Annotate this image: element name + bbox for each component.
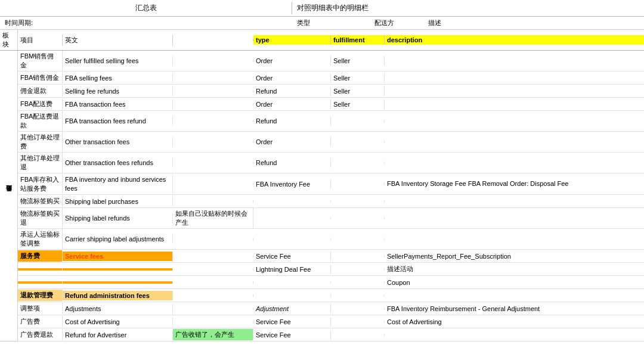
cell-type: Order — [253, 137, 331, 147]
cell-note — [173, 103, 253, 105]
cell-project: FBA配送费 — [18, 98, 63, 110]
cell-note — [173, 90, 253, 92]
table-row: FBA配送费退款 FBA transaction fees refund Ref… — [18, 111, 644, 132]
cell-project-service: 服务费 — [18, 250, 63, 262]
cell-type: Refund — [253, 86, 331, 96]
cell-type: Order — [253, 73, 331, 83]
cell-fulfillment: Seller — [331, 100, 385, 109]
cell-fulfillment — [331, 334, 385, 336]
cell-note — [173, 162, 253, 164]
cell-note — [173, 141, 253, 143]
cell-description — [385, 238, 644, 240]
summary-table-header: 汇总表 — [0, 2, 292, 14]
cell-type: FBA Inventory Fee — [253, 179, 331, 189]
cell-fulfillment — [331, 321, 385, 323]
data-section: 亚马逊账号支出 FBM销售佣金 Seller fulfilled selling… — [0, 51, 644, 342]
cell-fulfillment — [331, 308, 385, 310]
table-row: Coupon — [18, 276, 644, 289]
cell-project: 其他订单处理费 — [18, 132, 63, 152]
table-row: Lightning Deal Fee 描述活动 — [18, 263, 644, 276]
cell-note — [173, 321, 253, 323]
cell-project: 物流标签购买 — [18, 195, 63, 207]
table-row: 佣金退款 Selling fee refunds Refund Seller — [18, 85, 644, 98]
cell-english-service: Service fees — [63, 252, 173, 261]
cell-description — [385, 60, 644, 62]
table-row: 其他订单处理退 Other transaction fees refunds R… — [18, 153, 644, 173]
cell-english — [63, 281, 173, 284]
cell-note — [173, 268, 253, 271]
cell-description — [385, 217, 644, 219]
cell-description: Cost of Advertising — [385, 317, 644, 327]
cell-type — [253, 294, 331, 297]
header-project: 项目 — [18, 35, 63, 46]
cell-fulfillment — [331, 141, 385, 143]
table-row: 物流标签购买 Shipping label purchases — [18, 195, 644, 208]
group-label-text: 亚马逊账号支出 — [4, 194, 14, 198]
table-row: 物流标签购买退 Shipping label refunds 如果自己没贴标的时… — [18, 208, 644, 229]
cell-description: FBA Inventory Reimbursement - General Ad… — [385, 304, 644, 313]
cell-type: Service Fee — [253, 252, 331, 261]
cell-fulfillment — [331, 294, 385, 297]
cell-fulfillment — [331, 183, 385, 185]
cell-note-green: 广告收错了，会产生 — [173, 329, 253, 340]
cell-fulfillment: Seller — [331, 56, 385, 66]
cell-type: Order — [253, 56, 331, 66]
time-period-label: 时间周期: — [5, 18, 297, 27]
group-label-cell: 亚马逊账号支出 — [0, 51, 18, 342]
cell-fulfillment — [331, 162, 385, 164]
cell-description — [385, 141, 644, 143]
cell-project: FBM销售佣金 — [18, 51, 63, 71]
table-row: FBM销售佣金 Seller fulfilled selling fees Or… — [18, 51, 644, 72]
cell-english: FBA inventory and inbund services fees — [63, 174, 173, 194]
cell-project: 调整项 — [18, 303, 63, 314]
cell-description — [385, 103, 644, 105]
table-row: FBA销售佣金 FBA selling fees Order Seller — [18, 72, 644, 85]
table-row: FBA库存和入站服务费 FBA inventory and inbund ser… — [18, 173, 644, 195]
cell-project: 物流标签购买退 — [18, 208, 63, 228]
cell-description — [385, 200, 644, 203]
cell-description — [385, 294, 644, 297]
cell-type — [253, 238, 331, 240]
cell-note — [173, 77, 253, 79]
cell-note — [173, 255, 253, 257]
section-headers: 汇总表 对照明细表中的明细栏 — [0, 0, 644, 17]
table-row: 广告费 Cost of Advertising Service Fee Cost… — [18, 315, 644, 328]
cell-project: 广告费退款 — [18, 329, 63, 340]
cell-english: Adjustments — [63, 304, 173, 313]
main-container: 汇总表 对照明细表中的明细栏 时间周期: 类型 配送方 描述 板块 项目 英文 … — [0, 0, 644, 357]
cell-description — [385, 334, 644, 336]
cell-type — [253, 281, 331, 284]
cell-note — [173, 308, 253, 310]
header-type: type — [253, 35, 331, 45]
cell-project: FBA库存和入站服务费 — [18, 174, 63, 194]
cell-project — [18, 281, 63, 284]
cell-project: 佣金退款 — [18, 85, 63, 97]
cell-english: FBA selling fees — [63, 73, 173, 83]
cell-english: FBA transaction fees refund — [63, 116, 173, 126]
cell-note — [173, 60, 253, 62]
cell-fulfillment — [331, 238, 385, 240]
cell-english: Refund for Advertiser — [63, 330, 173, 340]
cell-note — [173, 294, 253, 297]
cell-note — [173, 183, 253, 185]
table-row: FBA配送费 FBA transaction fees Order Seller — [18, 98, 644, 111]
cell-description: SellerPayments_Report_Fee_Subscription — [385, 252, 644, 261]
cell-fulfillment — [331, 217, 385, 219]
cell-note — [173, 281, 253, 284]
cell-fulfillment: Seller — [331, 73, 385, 83]
cell-note: 如果自己没贴标的时候会产生 — [173, 208, 253, 228]
cell-fulfillment: Seller — [331, 86, 385, 96]
cell-fulfillment — [331, 281, 385, 284]
cell-english-refund: Refund administration fees — [63, 291, 173, 300]
cell-description: 描述活动 — [385, 263, 644, 275]
table-row: 承运人运输标签调整 Carrier shipping label adjustm… — [18, 229, 644, 250]
cell-fulfillment — [331, 268, 385, 271]
cell-type: Lightning Deal Fee — [253, 265, 331, 274]
cell-english: Carrier shipping label adjustments — [63, 234, 173, 244]
cell-project: 广告费 — [18, 316, 63, 327]
detail-table-header: 对照明细表中的明细栏 — [292, 2, 644, 14]
cell-english: FBA transaction fees — [63, 100, 173, 109]
cell-fulfillment — [331, 120, 385, 122]
table-row: 调整项 Adjustments Adjustment FBA Inventory… — [18, 302, 644, 315]
cell-english — [63, 268, 173, 271]
